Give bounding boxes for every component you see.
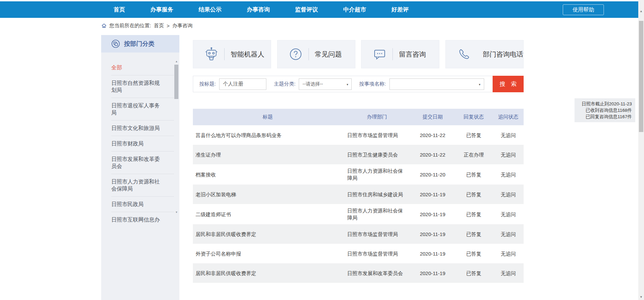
row-followup-status: 无追问 [493, 231, 524, 238]
row-title[interactable]: 外资子公司名称申报 [193, 250, 343, 257]
row-followup-status: 无追问 [493, 250, 524, 257]
row-followup-status: 无追问 [493, 171, 524, 178]
row-title[interactable]: 档案接收 [193, 171, 343, 178]
faq-label: 常见问题 [315, 50, 342, 59]
row-title[interactable]: 居民和非居民供暖收费界定 [193, 231, 343, 238]
sidebar-item-internet-info[interactable]: 日照市互联网信息办 [111, 212, 174, 227]
question-icon [288, 47, 303, 62]
search-bar: 按标题: 主题分类: --请选择-- ▼ 按事项名称: ▼ 搜 索 [193, 76, 524, 92]
nav-home[interactable]: 首页 [114, 6, 125, 13]
nav-results[interactable]: 结果公示 [199, 6, 222, 13]
search-button[interactable]: 搜 索 [493, 76, 524, 92]
row-reply-status: 已答复 [455, 270, 493, 277]
table-row[interactable]: 居民和非居民供暖收费界定 日照市市场监督管理局 2020-11-19 已答复 无… [193, 224, 524, 244]
header-submit-date: 提交日期 [411, 114, 455, 120]
nav-agency-market[interactable]: 中介超市 [343, 6, 366, 13]
row-followup-status: 无追问 [493, 132, 524, 139]
sidebar-item-human-resources[interactable]: 日照市人力资源和社会保障局 [111, 174, 174, 197]
sidebar-item-development-reform[interactable]: 日照市发展和改革委员会 [111, 152, 174, 174]
row-title[interactable]: 莒县什么地方可以办理商品条形码业务 [193, 132, 343, 139]
sidebar-title: 按部门分类 [124, 40, 154, 48]
leave-message-label: 留言咨询 [399, 50, 426, 59]
row-followup-status: 无追问 [493, 191, 524, 198]
page: 首页 办事服务 结果公示 办事咨询 监督评议 中介超市 好差评 使用帮助 您当前… [0, 0, 644, 300]
sidebar-item-finance[interactable]: 日照市财政局 [111, 136, 174, 152]
message-icon [372, 47, 387, 62]
row-title[interactable]: 居民和非居民供暖收费界定 [193, 270, 343, 277]
scroll-up-icon[interactable]: ▲ [174, 60, 179, 63]
help-button[interactable]: 使用帮助 [563, 4, 604, 15]
department-list: 全部 日照市自然资源和规划局 日照市退役军人事务局 日照市文化和旅游局 日照市财… [101, 53, 179, 227]
row-department: 日照市发展和改革委员会 [343, 270, 411, 277]
row-title[interactable]: 准生证办理 [193, 151, 343, 158]
row-title[interactable]: 老旧小区加装电梯 [193, 191, 343, 198]
phone-directory-label: 部门咨询电话 [483, 50, 523, 59]
consultation-table: 标题 办理部门 提交日期 回复状态 追问状态 莒县什么地方可以办理商品条形码业务… [193, 109, 524, 283]
sidebar-item-civil-affairs[interactable]: 日照市民政局 [111, 197, 174, 212]
table-row[interactable]: 档案接收 日照市人力资源和社会保障局 2020-11-20 已答复 无追问 [193, 164, 524, 185]
title-filter-label: 按标题: [199, 81, 216, 87]
row-reply-status: 已答复 [455, 211, 493, 218]
sidebar-item-natural-resources[interactable]: 日照市自然资源和规划局 [111, 75, 174, 98]
table-row[interactable]: 二级建造师证书 日照市人力资源和社会保障局 2020-11-19 已答复 无追问 [193, 204, 524, 224]
item-name-select[interactable]: ▼ [389, 78, 484, 90]
phone-directory-button[interactable]: 部门咨询电话 [445, 40, 524, 68]
nav-services[interactable]: 办事服务 [150, 6, 173, 13]
sidebar-item-culture-tourism[interactable]: 日照市文化和旅游局 [111, 121, 174, 136]
nav-rating[interactable]: 好差评 [391, 6, 409, 13]
sidebar-scrollbar-thumb[interactable] [174, 65, 178, 99]
sidebar-scrollbar[interactable]: ▲ ▼ [174, 59, 179, 218]
row-department: 日照市市场监督管理局 [343, 231, 411, 238]
divider [224, 48, 225, 60]
table-row[interactable]: 准生证办理 日照市卫生健康委员会 2020-11-22 正在办理 无追问 [193, 145, 524, 164]
page-scrollbar-thumb[interactable] [639, 21, 643, 132]
nav-consult[interactable]: 办事咨询 [247, 6, 270, 13]
table-row[interactable]: 外资子公司名称申报 日照市市场监督管理局 2020-11-19 已答复 无追问 [193, 244, 524, 263]
divider [392, 48, 393, 60]
table-row[interactable]: 居民和非居民供暖收费界定 日照市发展和改革委员会 2020-11-19 已答复 … [193, 263, 524, 283]
sidebar-item-all[interactable]: 全部 [111, 60, 174, 75]
title-filter-input[interactable] [219, 78, 266, 90]
header-followup-status: 追问状态 [493, 114, 524, 120]
breadcrumb-current: 办事咨询 [172, 23, 193, 29]
smart-robot-label: 智能机器人 [231, 50, 264, 59]
scroll-down-icon[interactable]: ▼ [638, 295, 644, 299]
table-row[interactable]: 老旧小区加装电梯 日照市住房和城乡建设局 2020-11-19 已答复 无追问 [193, 185, 524, 204]
scroll-down-icon[interactable]: ▼ [174, 211, 179, 214]
quick-links-row: 智能机器人 常见问题 留言咨 [193, 40, 524, 68]
topic-select[interactable]: --请选择-- ▼ [299, 78, 352, 90]
home-icon [101, 23, 107, 29]
row-followup-status: 无追问 [493, 151, 524, 158]
divider [309, 48, 309, 60]
sidebar-item-veterans-affairs[interactable]: 日照市退役军人事务局 [111, 98, 174, 121]
row-reply-status: 已答复 [455, 171, 493, 178]
header-department: 办理部门 [343, 114, 411, 120]
faq-button[interactable]: 常见问题 [277, 40, 355, 68]
row-date: 2020-11-19 [411, 270, 455, 277]
row-date: 2020-11-22 [411, 132, 455, 139]
chevron-down-icon: ▼ [346, 83, 349, 86]
table-row[interactable]: 莒县什么地方可以办理商品条形码业务 日照市市场监督管理局 2020-11-22 … [193, 125, 524, 145]
row-followup-status: 无追问 [493, 270, 524, 277]
row-date: 2020-11-19 [411, 191, 455, 198]
category-icon [111, 39, 120, 48]
row-reply-status: 正在办理 [455, 151, 493, 158]
chevron-down-icon: ▼ [478, 83, 481, 86]
row-date: 2020-11-22 [411, 151, 455, 158]
breadcrumb-home-link[interactable]: 首页 [154, 23, 164, 29]
row-department: 日照市市场监督管理局 [343, 132, 411, 139]
row-reply-status: 已答复 [455, 132, 493, 139]
nav-supervision[interactable]: 监督评议 [295, 6, 318, 13]
page-scrollbar[interactable]: ▲ ▼ [638, 0, 644, 300]
row-title[interactable]: 二级建造师证书 [193, 211, 343, 218]
header-title: 标题 [193, 114, 343, 120]
leave-message-button[interactable]: 留言咨询 [361, 40, 439, 68]
row-department: 日照市卫生健康委员会 [343, 151, 411, 158]
row-reply-status: 已答复 [455, 250, 493, 257]
smart-robot-button[interactable]: 智能机器人 [193, 40, 271, 68]
scroll-up-icon[interactable]: ▲ [638, 9, 644, 13]
stats-date-line: 日照市截止到2020-11-23 [577, 101, 632, 107]
row-reply-status: 已答复 [455, 191, 493, 198]
topic-filter-label: 主题分类: [274, 81, 295, 87]
sidebar-header: 按部门分类 [101, 35, 179, 53]
